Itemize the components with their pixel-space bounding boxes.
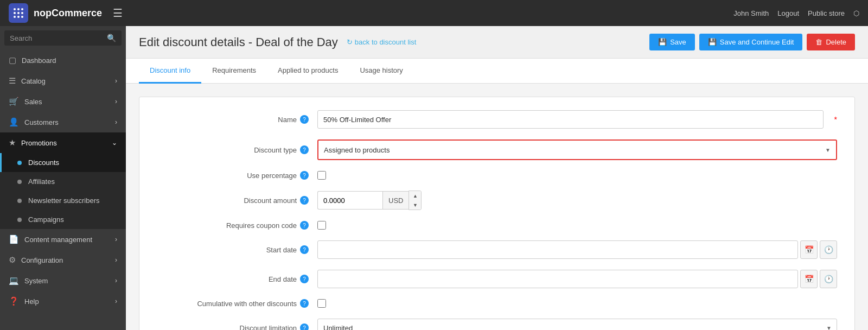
discount-limitation-help-icon[interactable]: ? xyxy=(300,323,309,330)
svg-point-3 xyxy=(14,12,16,14)
save-continue-icon: 💾 xyxy=(708,38,717,46)
search-icon: 🔍 xyxy=(107,34,116,42)
requires-coupon-checkbox[interactable] xyxy=(317,221,326,230)
svg-point-0 xyxy=(14,8,16,10)
circle-arrow-icon: ↻ xyxy=(347,38,353,46)
tab-discount-info[interactable]: Discount info xyxy=(139,59,201,84)
system-icon: 💻 xyxy=(9,276,19,285)
sidebar-item-label: Catalog xyxy=(21,77,46,85)
end-date-label: End date ? xyxy=(157,275,309,283)
chevron-right-icon: › xyxy=(115,297,117,305)
svg-point-5 xyxy=(21,12,23,14)
start-date-input[interactable] xyxy=(317,240,798,259)
cumulative-help-icon[interactable]: ? xyxy=(300,299,309,308)
sidebar-item-label: Configuration xyxy=(21,256,63,264)
content-icon: 📄 xyxy=(9,234,19,244)
tab-applied-to-products[interactable]: Applied to products xyxy=(267,59,349,84)
top-nav-right: John Smith Logout Public store ⬡ xyxy=(733,9,859,17)
sidebar-item-dashboard[interactable]: ▢ Dashboard xyxy=(0,50,126,71)
sidebar-item-affiliates[interactable]: Affiliates xyxy=(0,172,126,191)
end-date-time-button[interactable]: 🕐 xyxy=(820,270,837,288)
page-header-actions: 💾 Save 💾 Save and Continue Edit 🗑 Delete xyxy=(649,34,855,50)
delete-button[interactable]: 🗑 Delete xyxy=(807,34,855,50)
tab-usage-history[interactable]: Usage history xyxy=(349,59,413,84)
start-date-calendar-button[interactable]: 📅 xyxy=(800,240,818,259)
save-label: Save xyxy=(670,38,686,46)
public-store-link[interactable]: Public store xyxy=(808,9,845,17)
sidebar-item-content-management[interactable]: 📄 Content management › xyxy=(0,229,126,250)
logo: nopCommerce xyxy=(9,3,102,23)
start-date-group: 📅 🕐 xyxy=(317,240,837,259)
tab-requirements[interactable]: Requirements xyxy=(201,59,267,84)
use-percentage-checkbox[interactable] xyxy=(317,171,326,180)
delete-label: Delete xyxy=(826,38,846,46)
end-date-calendar-button[interactable]: 📅 xyxy=(800,270,818,288)
sidebar-item-campaigns[interactable]: Campaigns xyxy=(0,210,126,229)
sidebar-item-configuration[interactable]: ⚙ Configuration › xyxy=(0,250,126,270)
save-button[interactable]: 💾 Save xyxy=(649,34,695,50)
end-date-input[interactable] xyxy=(317,270,798,288)
name-help-icon[interactable]: ? xyxy=(300,115,309,124)
start-date-time-button[interactable]: 🕐 xyxy=(820,240,837,259)
discount-limitation-label: Discount limitation ? xyxy=(157,323,309,330)
logo-text: nopCommerce xyxy=(34,8,102,19)
sidebar-item-label: Dashboard xyxy=(22,56,56,65)
sidebar-item-promotions[interactable]: ★ Promotions ⌄ xyxy=(0,132,126,153)
spinner-down-button[interactable]: ▼ xyxy=(409,200,421,210)
name-label-text: Name xyxy=(278,116,297,124)
sidebar-item-label: Promotions xyxy=(21,139,57,147)
logo-icon xyxy=(9,3,28,23)
end-date-help-icon[interactable]: ? xyxy=(300,275,309,283)
discount-limitation-label-text: Discount limitation xyxy=(240,324,297,331)
discount-type-help-icon[interactable]: ? xyxy=(300,145,309,154)
logout-link[interactable]: Logout xyxy=(777,9,799,17)
name-input[interactable] xyxy=(317,110,824,129)
hamburger-icon[interactable]: ☰ xyxy=(113,7,123,20)
sidebar-item-help[interactable]: ❓ Help › xyxy=(0,291,126,312)
use-percentage-label: Use percentage ? xyxy=(157,171,309,180)
form-area: Name ? * Discount type ? Assigned to ord… xyxy=(126,84,868,330)
requires-coupon-help-icon[interactable]: ? xyxy=(300,221,309,230)
use-percentage-label-text: Use percentage xyxy=(247,172,297,180)
promotions-submenu: Discounts Affiliates Newsletter subscrib… xyxy=(0,153,126,229)
svg-point-8 xyxy=(21,16,23,18)
search-input[interactable] xyxy=(10,34,103,42)
name-row: Name ? * xyxy=(157,110,837,129)
sidebar-item-sales[interactable]: 🛒 Sales › xyxy=(0,91,126,112)
sidebar-item-system[interactable]: 💻 System › xyxy=(0,270,126,291)
share-icon[interactable]: ⬡ xyxy=(853,9,859,17)
page-header: Edit discount details - Deal of the Day … xyxy=(126,26,868,59)
sidebar-item-label: System xyxy=(24,277,48,285)
discount-limitation-row: Discount limitation ? Unlimited N Times … xyxy=(157,319,837,330)
sidebar-item-discounts[interactable]: Discounts xyxy=(0,153,126,172)
save-icon: 💾 xyxy=(658,38,667,46)
requires-coupon-label-text: Requires coupon code xyxy=(226,221,297,230)
catalog-icon: ☰ xyxy=(9,76,16,86)
use-percentage-help-icon[interactable]: ? xyxy=(300,171,309,180)
save-continue-button[interactable]: 💾 Save and Continue Edit xyxy=(699,34,803,50)
save-continue-label: Save and Continue Edit xyxy=(720,38,794,46)
sidebar-item-catalog[interactable]: ☰ Catalog › xyxy=(0,71,126,91)
use-percentage-row: Use percentage ? xyxy=(157,171,837,180)
username-link[interactable]: John Smith xyxy=(733,9,769,17)
sidebar-item-customers[interactable]: 👤 Customers › xyxy=(0,112,126,132)
delete-icon: 🗑 xyxy=(815,38,822,46)
back-link-label: back to discount list xyxy=(355,38,416,46)
cumulative-checkbox[interactable] xyxy=(317,299,326,308)
start-date-help-icon[interactable]: ? xyxy=(300,245,309,254)
back-to-discount-list-link[interactable]: ↻ back to discount list xyxy=(347,38,416,46)
spinner-up-button[interactable]: ▲ xyxy=(409,191,421,200)
tabs-bar: Discount info Requirements Applied to pr… xyxy=(126,59,868,84)
start-date-row: Start date ? 📅 🕐 xyxy=(157,240,837,259)
discount-amount-group: USD ▲ ▼ xyxy=(317,191,837,210)
sidebar-item-newsletter[interactable]: Newsletter subscribers xyxy=(0,191,126,210)
chevron-right-icon: › xyxy=(115,256,117,264)
discount-limitation-select[interactable]: Unlimited N Times Only N Times Per Custo… xyxy=(317,319,837,330)
chevron-right-icon: › xyxy=(115,98,117,105)
discount-amount-input[interactable] xyxy=(317,191,382,210)
discount-type-select[interactable]: Assigned to order total Assigned to prod… xyxy=(318,141,836,159)
discount-amount-label: Discount amount ? xyxy=(157,196,309,205)
chevron-right-icon: › xyxy=(115,236,117,243)
dot-icon xyxy=(17,199,22,203)
discount-amount-help-icon[interactable]: ? xyxy=(300,196,309,205)
